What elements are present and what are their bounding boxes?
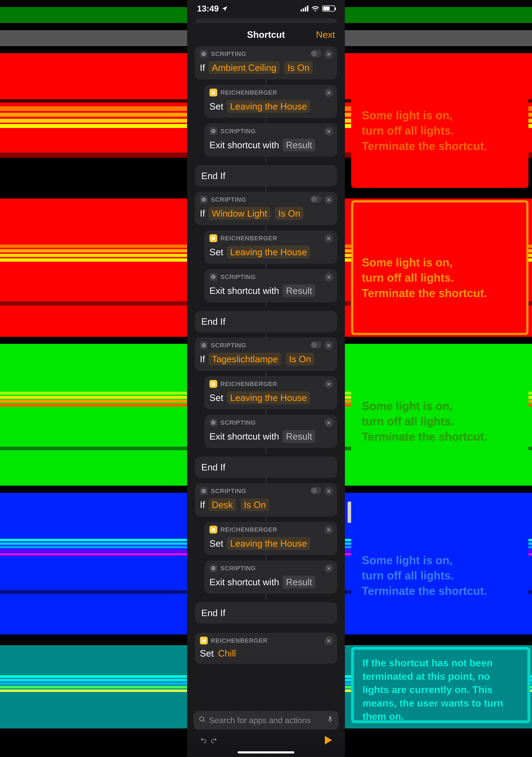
delete-action-button[interactable] — [324, 50, 333, 58]
location-icon — [222, 4, 228, 14]
result-token[interactable]: Result — [283, 576, 315, 589]
if-condition-token[interactable]: Is On — [241, 499, 269, 511]
scene-token[interactable]: Leaving the House — [227, 537, 310, 550]
annotation-1: Some light is on, turn off all lights. T… — [351, 53, 528, 188]
end-if: End If — [195, 311, 337, 332]
if-action[interactable]: SCRIPTING If Window Light Is On — [195, 192, 337, 225]
undo-button[interactable] — [199, 735, 209, 745]
action-source-label: SCRIPTING — [211, 50, 246, 57]
svg-rect-10 — [329, 716, 331, 720]
if-action[interactable]: SCRIPTING If Tageslichtlampe Is On — [195, 338, 337, 371]
exit-shortcut-action[interactable]: SCRIPTING Exit shortcut with Result — [204, 560, 337, 594]
cellular-icon — [300, 6, 308, 12]
connector-line — [266, 409, 266, 415]
delete-action-button[interactable] — [324, 127, 333, 136]
connector-line — [266, 555, 266, 560]
scene-token[interactable]: Leaving the House — [227, 246, 310, 258]
result-token[interactable]: Result — [283, 430, 315, 443]
editor-header: Shortcut Next — [187, 23, 345, 46]
if-condition-token[interactable]: Is On — [275, 207, 303, 220]
next-button[interactable]: Next — [316, 29, 335, 40]
microphone-icon[interactable] — [327, 715, 333, 725]
set-scene-action[interactable]: REICHENBERGER Set Leaving the House — [204, 522, 337, 555]
if-group: SCRIPTING If Desk Is On REICHENBERGER Se… — [195, 483, 337, 623]
action-source-label: SCRIPTING — [220, 128, 256, 135]
scene-value[interactable]: Chill — [218, 648, 236, 658]
delete-action-button[interactable] — [324, 234, 333, 243]
set-scene-action[interactable]: REICHENBERGER Set Leaving the House — [204, 376, 337, 409]
collapse-toggle[interactable] — [310, 196, 322, 203]
delete-action-button[interactable] — [324, 341, 333, 350]
delete-action-button[interactable] — [324, 195, 333, 204]
if-subject-token[interactable]: Desk — [208, 499, 236, 511]
delete-action-button[interactable] — [324, 418, 333, 427]
scripting-icon — [209, 564, 217, 572]
scripting-icon — [209, 273, 217, 281]
end-if: End If — [195, 165, 337, 187]
scripting-icon — [200, 196, 208, 203]
scripting-icon — [200, 341, 208, 349]
svg-line-9 — [203, 720, 204, 722]
delete-action-button[interactable] — [324, 487, 333, 496]
collapse-toggle[interactable] — [310, 50, 322, 57]
status-bar: 13:49 — [187, 0, 345, 17]
delete-action-button[interactable] — [324, 525, 333, 534]
if-group: SCRIPTING If Window Light Is On REICHENB… — [195, 192, 337, 332]
scene-token[interactable]: Leaving the House — [227, 391, 310, 404]
wifi-icon — [312, 4, 319, 14]
delete-action-button[interactable] — [324, 379, 333, 388]
scripting-icon — [200, 487, 208, 495]
action-source-label: REICHENBERGER — [220, 526, 277, 533]
delete-action-button[interactable] — [324, 564, 333, 573]
scene-token[interactable]: Leaving the House — [227, 100, 310, 113]
collapse-toggle[interactable] — [310, 341, 322, 348]
home-indicator — [237, 751, 295, 753]
action-search[interactable]: Search for apps and actions — [194, 711, 338, 730]
if-keyword: If — [200, 354, 205, 364]
delete-action-button[interactable] — [324, 88, 333, 97]
set-scene-action-final[interactable]: REICHENBERGER Set Chill — [195, 633, 337, 664]
if-group: SCRIPTING If Tageslichtlampe Is On REICH… — [195, 338, 337, 478]
play-icon — [325, 736, 332, 744]
actions-stack: SCRIPTING If Ambient Ceiling Is On REICH… — [187, 46, 345, 713]
set-scene-action[interactable]: REICHENBERGER Set Leaving the House — [204, 85, 337, 118]
delete-action-button[interactable] — [324, 636, 333, 645]
result-token[interactable]: Result — [283, 138, 315, 151]
action-source-label: REICHENBERGER — [220, 89, 277, 96]
if-action[interactable]: SCRIPTING If Desk Is On — [195, 483, 337, 517]
home-icon — [209, 526, 217, 533]
status-time: 13:49 — [197, 4, 219, 14]
set-scene-action[interactable]: REICHENBERGER Set Leaving the House — [204, 230, 337, 264]
result-token[interactable]: Result — [283, 284, 315, 297]
if-action[interactable]: SCRIPTING If Ambient Ceiling Is On — [195, 46, 337, 79]
end-if: End If — [195, 457, 337, 478]
svg-point-8 — [200, 717, 204, 721]
set-keyword: Set — [200, 648, 214, 658]
scripting-icon — [209, 127, 217, 135]
home-icon — [200, 637, 208, 645]
svg-point-6 — [203, 490, 204, 492]
delete-action-button[interactable] — [324, 273, 333, 282]
search-icon — [199, 716, 206, 725]
collapse-toggle[interactable] — [310, 487, 322, 494]
set-keyword: Set — [209, 101, 223, 111]
connector-line — [266, 225, 266, 230]
if-condition-token[interactable]: Is On — [286, 353, 314, 365]
exit-shortcut-action[interactable]: SCRIPTING Exit shortcut with Result — [204, 123, 337, 157]
connector-line — [266, 157, 266, 162]
if-subject-token[interactable]: Ambient Ceiling — [208, 61, 279, 74]
redo-button[interactable] — [209, 735, 219, 745]
action-source-label: REICHENBERGER — [211, 637, 267, 644]
if-condition-token[interactable]: Is On — [284, 61, 313, 74]
run-button[interactable] — [323, 735, 333, 745]
annotation-3: Some light is on, turn off all lights. T… — [351, 348, 528, 482]
end-if: End If — [195, 602, 337, 623]
exit-shortcut-action[interactable]: SCRIPTING Exit shortcut with Result — [204, 415, 337, 448]
action-source-label: SCRIPTING — [220, 419, 256, 426]
svg-point-0 — [203, 53, 204, 55]
if-subject-token[interactable]: Window Light — [208, 207, 270, 220]
connector-line — [266, 332, 266, 338]
svg-point-7 — [213, 568, 214, 569]
if-subject-token[interactable]: Tageslichtlampe — [208, 353, 281, 365]
exit-shortcut-action[interactable]: SCRIPTING Exit shortcut with Result — [204, 269, 337, 302]
